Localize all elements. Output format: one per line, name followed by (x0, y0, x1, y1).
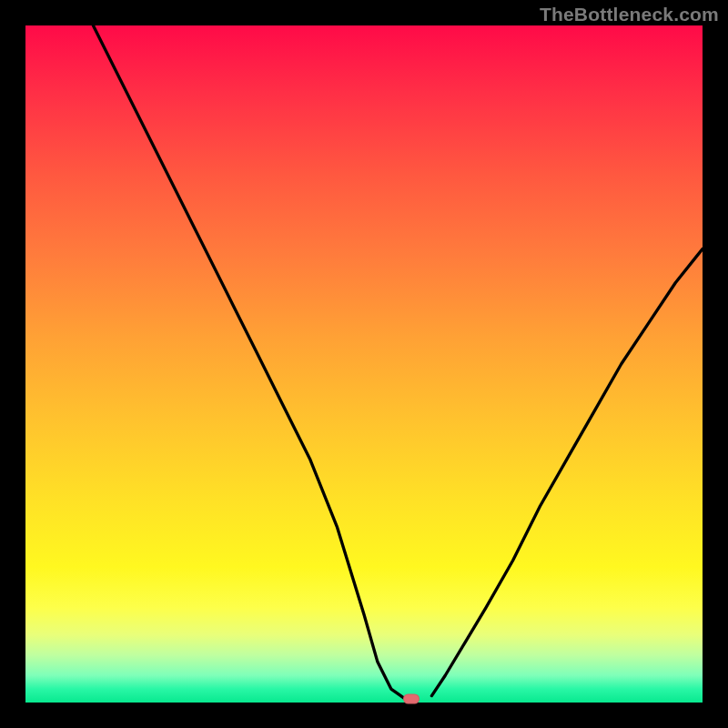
bottleneck-curve-left (93, 25, 404, 699)
watermark-text: TheBottleneck.com (540, 4, 719, 25)
chart-stage: TheBottleneck.com (0, 0, 728, 728)
optimum-marker (403, 694, 420, 704)
plot-area (25, 25, 703, 703)
curve-svg (25, 25, 703, 703)
bottleneck-curve-right (431, 249, 703, 696)
